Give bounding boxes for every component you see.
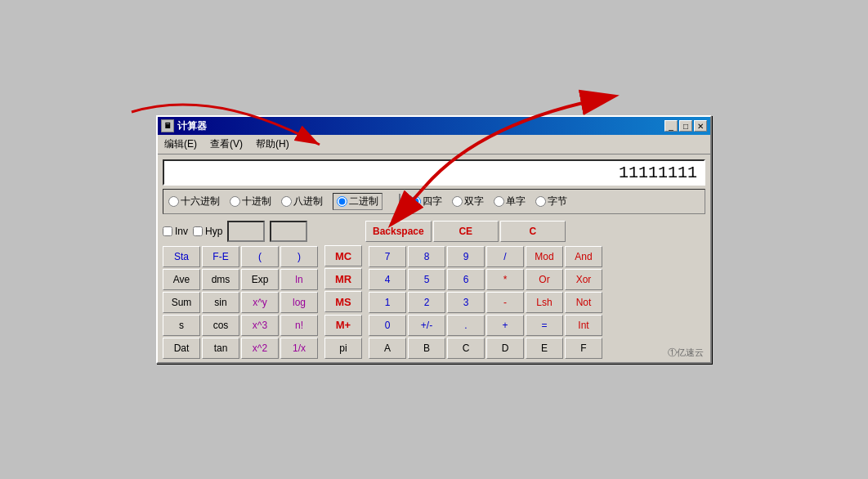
inv-label[interactable]: Inv <box>175 226 188 237</box>
radio-byte-label[interactable]: 字节 <box>548 195 567 208</box>
minimize-button[interactable]: _ <box>664 120 678 132</box>
radio-separator <box>399 194 400 210</box>
btn-7[interactable]: 7 <box>369 246 406 267</box>
hyp-label[interactable]: Hyp <box>205 226 222 237</box>
btn-div[interactable]: / <box>486 246 524 267</box>
radio-bin-label[interactable]: 二进制 <box>349 195 378 208</box>
btn-fe[interactable]: F-E <box>202 246 239 267</box>
btn-sub[interactable]: - <box>486 292 524 313</box>
inv-checkbox[interactable] <box>163 226 172 236</box>
btn-5[interactable]: 5 <box>408 269 445 290</box>
radio-dec[interactable]: 十进制 <box>230 195 271 208</box>
btn-backspace[interactable]: Backspace <box>365 221 432 242</box>
btn-xpowy[interactable]: x^y <box>241 292 279 313</box>
btn-sin[interactable]: sin <box>202 292 239 313</box>
btn-2[interactable]: 2 <box>408 292 445 313</box>
hyp-checkbox[interactable] <box>193 226 203 236</box>
mem-spacer <box>324 221 362 244</box>
btn-xpow3[interactable]: x^3 <box>241 315 279 336</box>
watermark: ①亿速云 <box>668 347 704 359</box>
btn-d[interactable]: D <box>486 338 524 359</box>
radio-dec-label[interactable]: 十进制 <box>242 195 271 208</box>
btn-ce[interactable]: CE <box>433 221 499 242</box>
btn-pi[interactable]: pi <box>324 338 362 359</box>
btn-mul[interactable]: * <box>486 269 524 290</box>
btn-negate[interactable]: +/- <box>408 315 445 336</box>
menu-view[interactable]: 查看(V) <box>207 137 246 152</box>
btn-exp[interactable]: Exp <box>241 269 279 290</box>
radio-oct-label[interactable]: 八进制 <box>293 195 323 208</box>
btn-mplus[interactable]: M+ <box>324 315 362 336</box>
btn-4[interactable]: 4 <box>369 269 406 290</box>
app-icon: 🖩 <box>161 119 174 132</box>
btn-mc[interactable]: MC <box>324 245 362 266</box>
inv-checkbox-group[interactable]: Inv <box>163 226 188 237</box>
btn-a[interactable]: A <box>369 338 406 359</box>
btn-xor[interactable]: Xor <box>565 269 602 290</box>
btn-dms[interactable]: dms <box>202 269 239 290</box>
btn-sum[interactable]: Sum <box>163 292 200 313</box>
radio-qword[interactable]: 四字 <box>410 195 442 208</box>
number-grid: 7 8 9 / Mod And 4 5 6 * Or Xor 1 2 3 - L… <box>369 246 602 359</box>
btn-tan[interactable]: tan <box>202 338 239 359</box>
btn-open-paren[interactable]: ( <box>241 246 279 267</box>
btn-0[interactable]: 0 <box>369 315 406 336</box>
btn-c[interactable]: C <box>500 221 566 242</box>
radio-dword-label[interactable]: 双字 <box>464 195 484 208</box>
memory-panel: MC MR MS M+ pi <box>324 221 362 359</box>
btn-add[interactable]: + <box>486 315 524 336</box>
radio-word[interactable]: 单字 <box>494 195 526 208</box>
menu-help[interactable]: 帮助(H) <box>253 137 293 152</box>
hyp-checkbox-group[interactable]: Hyp <box>193 226 222 237</box>
radio-bin[interactable]: 二进制 <box>333 193 383 210</box>
btn-3[interactable]: 3 <box>447 292 485 313</box>
small-box-1 <box>227 221 265 242</box>
window-title: 计算器 <box>177 119 207 133</box>
close-button[interactable]: ✕ <box>694 120 707 132</box>
menu-bar: 编辑(E) 查看(V) 帮助(H) <box>158 135 710 154</box>
main-area: Inv Hyp Sta F-E ( ) Ave dms Exp <box>158 217 710 362</box>
btn-and[interactable]: And <box>565 246 602 267</box>
radio-hex[interactable]: 十六进制 <box>168 195 220 208</box>
btn-not[interactable]: Not <box>565 292 602 313</box>
btn-eq[interactable]: = <box>526 315 563 336</box>
btn-f[interactable]: F <box>565 338 602 359</box>
maximize-button[interactable]: □ <box>679 120 692 132</box>
btn-8[interactable]: 8 <box>408 246 445 267</box>
radio-dword[interactable]: 双字 <box>452 195 484 208</box>
btn-6[interactable]: 6 <box>447 269 485 290</box>
radio-oct[interactable]: 八进制 <box>281 195 323 208</box>
btn-xpow2[interactable]: x^2 <box>241 338 279 359</box>
radio-qword-label[interactable]: 四字 <box>423 195 442 208</box>
btn-mod[interactable]: Mod <box>526 246 563 267</box>
btn-ln[interactable]: ln <box>280 269 318 290</box>
left-button-grid: Sta F-E ( ) Ave dms Exp ln Sum sin x^y l… <box>163 246 318 359</box>
btn-s[interactable]: s <box>163 315 200 336</box>
btn-9[interactable]: 9 <box>447 246 485 267</box>
btn-dot[interactable]: . <box>447 315 485 336</box>
radio-word-label[interactable]: 单字 <box>506 195 526 208</box>
btn-or[interactable]: Or <box>526 269 563 290</box>
btn-ave[interactable]: Ave <box>163 269 200 290</box>
btn-lsh[interactable]: Lsh <box>526 292 563 313</box>
menu-edit[interactable]: 编辑(E) <box>161 137 200 152</box>
btn-b[interactable]: B <box>408 338 445 359</box>
btn-onex[interactable]: 1/x <box>280 338 318 359</box>
title-bar-left: 🖩 计算器 <box>161 119 207 133</box>
btn-mr[interactable]: MR <box>324 268 362 289</box>
radio-byte[interactable]: 字节 <box>535 195 567 208</box>
btn-sta[interactable]: Sta <box>163 246 200 267</box>
btn-cos[interactable]: cos <box>202 315 239 336</box>
btn-c-hex[interactable]: C <box>447 338 485 359</box>
title-buttons: _ □ ✕ <box>664 120 707 132</box>
btn-1[interactable]: 1 <box>369 292 406 313</box>
btn-ms[interactable]: MS <box>324 291 362 312</box>
btn-log[interactable]: log <box>280 292 318 313</box>
btn-close-paren[interactable]: ) <box>280 246 318 267</box>
btn-nfact[interactable]: n! <box>280 315 318 336</box>
btn-e[interactable]: E <box>526 338 563 359</box>
btn-dat[interactable]: Dat <box>163 338 200 359</box>
btn-int[interactable]: Int <box>565 315 602 336</box>
radio-hex-label[interactable]: 十六进制 <box>181 195 220 208</box>
display-value: 11111111 <box>619 163 697 182</box>
